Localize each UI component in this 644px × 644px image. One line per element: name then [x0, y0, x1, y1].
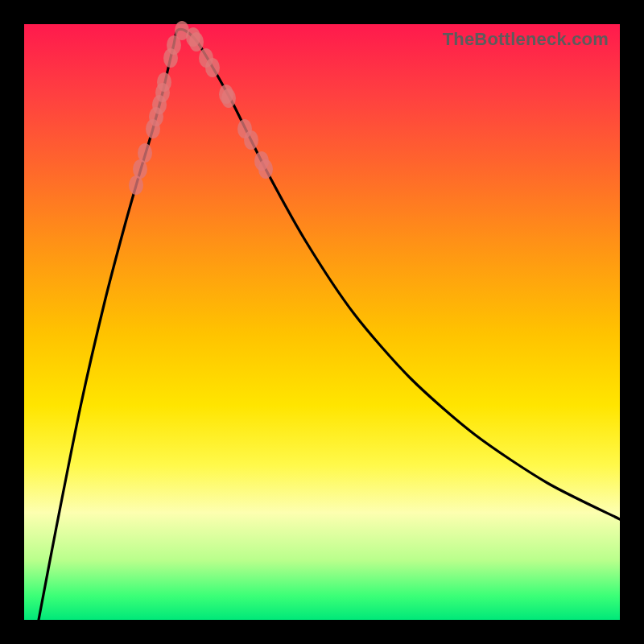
- bottleneck-curve: [24, 24, 620, 620]
- outer-frame: TheBottleneck.com: [0, 0, 644, 644]
- data-point: [138, 143, 152, 163]
- data-point: [157, 72, 171, 92]
- curve-path: [39, 29, 620, 620]
- data-point: [244, 130, 258, 150]
- data-point: [258, 159, 273, 179]
- data-point: [205, 58, 220, 77]
- data-point: [221, 89, 236, 108]
- watermark-text: TheBottleneck.com: [443, 29, 609, 50]
- plot-area: TheBottleneck.com: [24, 24, 620, 620]
- data-point: [189, 32, 204, 52]
